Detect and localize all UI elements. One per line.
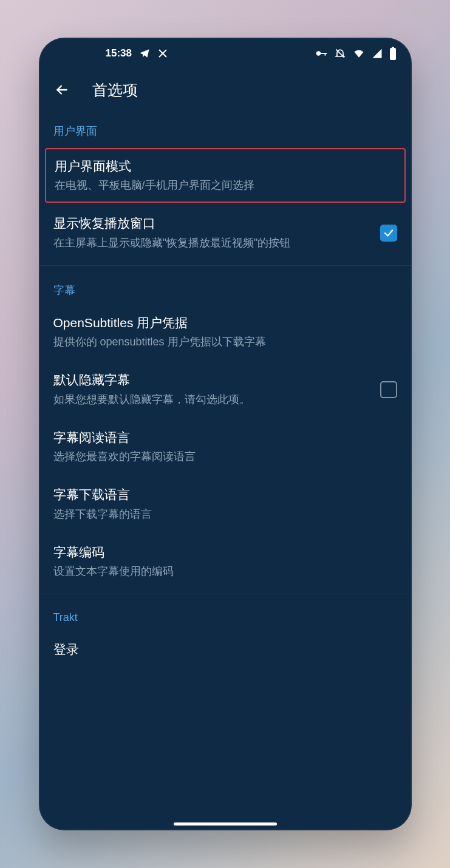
pref-hide-subs-default[interactable]: 默认隐藏字幕 如果您想要默认隐藏字幕，请勾选此项。: [39, 361, 412, 418]
svg-rect-1: [320, 53, 327, 54]
pref-subtitle: 提供你的 opensubtitles 用户凭据以下载字幕: [53, 334, 397, 350]
status-bar: 15:38 R: [39, 38, 412, 69]
signal-icon: [372, 48, 383, 59]
arrow-back-icon: [54, 82, 70, 98]
pref-trakt-login[interactable]: 登录: [39, 630, 412, 669]
checkbox-hide-subs[interactable]: [380, 381, 397, 398]
pref-title: OpenSubtitles 用户凭据: [53, 314, 397, 331]
pref-ui-mode[interactable]: 用户界面模式 在电视、平板电脑/手机用户界面之间选择: [45, 148, 406, 203]
pref-subtitle: 选择下载字幕的语言: [53, 506, 397, 522]
pref-title: 登录: [53, 641, 397, 658]
section-header-trakt: Trakt: [39, 598, 412, 630]
svg-rect-4: [390, 48, 396, 60]
section-header-subtitles: 字幕: [39, 270, 412, 303]
app-bar: 首选项: [39, 69, 412, 110]
x-icon: [157, 48, 168, 59]
pref-subtitle: 在电视、平板电脑/手机用户界面之间选择: [55, 177, 396, 193]
svg-text:R: R: [361, 48, 364, 52]
svg-point-0: [316, 51, 320, 55]
pref-subtitle: 选择您最喜欢的字幕阅读语言: [53, 449, 397, 464]
checkbox-resume[interactable]: [380, 225, 397, 242]
dnd-icon: [334, 47, 346, 59]
back-button[interactable]: [49, 76, 75, 103]
phone-frame: 15:38 R: [39, 38, 412, 830]
vpn-key-icon: [315, 47, 328, 60]
page-title: 首选项: [92, 80, 138, 100]
pref-show-resume[interactable]: 显示恢复播放窗口 在主屏幕上显示或隐藏"恢复播放最近视频"的按钮: [39, 204, 412, 261]
divider: [39, 265, 412, 266]
watermark: 小众软件: [403, 5, 441, 18]
pref-title: 字幕阅读语言: [53, 429, 397, 446]
pref-subtitle: 设置文本字幕使用的编码: [53, 563, 397, 579]
check-icon: [383, 228, 394, 239]
pref-title: 默认隐藏字幕: [53, 371, 370, 388]
telegram-icon: [139, 48, 150, 59]
pref-title: 字幕下载语言: [53, 486, 397, 503]
pref-sub-encoding[interactable]: 字幕编码 设置文本字幕使用的编码: [39, 533, 412, 590]
section-header-ui: 用户界面: [39, 110, 412, 144]
home-indicator[interactable]: [174, 822, 277, 826]
svg-rect-5: [392, 47, 394, 49]
battery-icon: [389, 47, 397, 60]
status-time: 15:38: [106, 47, 132, 59]
pref-subtitle: 在主屏幕上显示或隐藏"恢复播放最近视频"的按钮: [53, 235, 370, 251]
svg-rect-2: [324, 53, 326, 56]
wifi-icon: R: [352, 47, 366, 59]
pref-title: 显示恢复播放窗口: [53, 215, 370, 232]
pref-title: 字幕编码: [53, 544, 397, 561]
pref-sub-read-lang[interactable]: 字幕阅读语言 选择您最喜欢的字幕阅读语言: [39, 418, 412, 475]
pref-title: 用户界面模式: [55, 158, 396, 175]
pref-sub-download-lang[interactable]: 字幕下载语言 选择下载字幕的语言: [39, 475, 412, 532]
settings-list[interactable]: 用户界面 用户界面模式 在电视、平板电脑/手机用户界面之间选择 显示恢复播放窗口…: [39, 110, 412, 830]
pref-opensubtitles-credentials[interactable]: OpenSubtitles 用户凭据 提供你的 opensubtitles 用户…: [39, 303, 412, 361]
pref-subtitle: 如果您想要默认隐藏字幕，请勾选此项。: [53, 392, 370, 407]
divider: [39, 594, 412, 594]
